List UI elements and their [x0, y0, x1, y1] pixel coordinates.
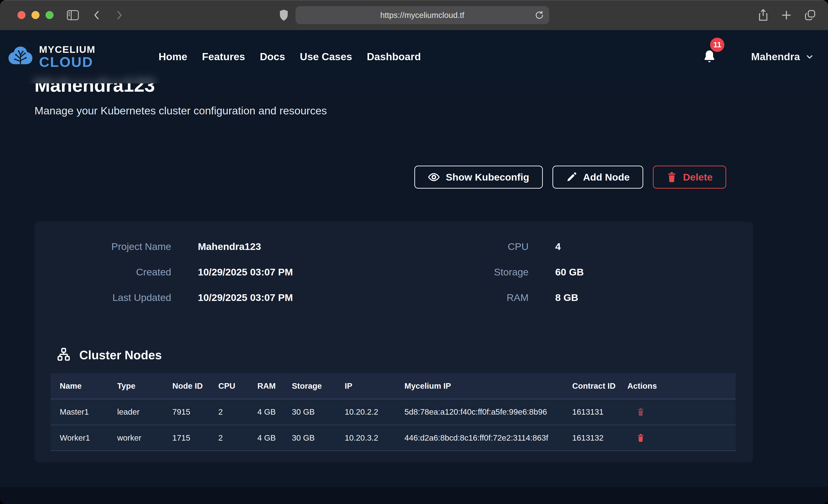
cell-mycelium-ip: 5d8:78ea:a120:f40c:ff0f:a5fe:99e6:8b96: [395, 399, 563, 425]
sidebar-toggle-icon[interactable]: [67, 10, 79, 20]
delete-node-button[interactable]: [636, 433, 645, 443]
page-content: Mahendra123 Manage your Kubernetes clust…: [0, 30, 828, 462]
detail-row: CPU 4: [460, 241, 584, 252]
notifications-button[interactable]: 11: [702, 49, 716, 64]
storage-label: Storage: [460, 266, 529, 278]
chrome-right-controls: [758, 0, 816, 30]
ram-label: RAM: [460, 292, 529, 303]
privacy-shield-icon[interactable]: [279, 9, 289, 21]
nav-link-docs[interactable]: Docs: [260, 51, 285, 63]
cell-ram: 4 GB: [248, 399, 283, 425]
delete-cluster-button[interactable]: Delete: [653, 166, 726, 188]
cell-storage: 30 GB: [283, 399, 335, 425]
project-name-label: Project Name: [80, 241, 171, 252]
col-cpu: CPU: [209, 373, 248, 399]
project-name-value: Mahendra123: [198, 241, 261, 252]
cluster-details: Project Name Mahendra123 Created 10/29/2…: [35, 241, 753, 333]
detail-row: Storage 60 GB: [460, 266, 584, 278]
cpu-value: 4: [555, 241, 561, 252]
add-node-label: Add Node: [583, 172, 630, 183]
cell-storage: 30 GB: [283, 425, 335, 451]
brand-line2: CLOUD: [39, 55, 95, 69]
cluster-nodes-icon: [56, 347, 71, 362]
trash-icon: [636, 433, 645, 443]
cpu-label: CPU: [460, 241, 529, 252]
detail-row: Created 10/29/2025 03:07 PM: [80, 266, 293, 278]
footer-strip: [0, 487, 828, 504]
page-subtitle: Manage your Kubernetes cluster configura…: [35, 104, 828, 117]
col-ram: RAM: [248, 373, 283, 399]
user-menu[interactable]: Mahendra: [751, 51, 814, 63]
address-bar-area: https://myceliumcloud.tf: [279, 0, 549, 30]
tab-overview-icon[interactable]: [804, 9, 816, 21]
share-icon[interactable]: [758, 9, 769, 22]
nav-link-use-cases[interactable]: Use Cases: [300, 51, 352, 63]
cell-mycelium-ip: 446:d2a6:8bcd:8c16:ff0f:72e2:3114:863f: [395, 425, 563, 451]
user-name: Mahendra: [751, 51, 800, 63]
url-text: https://myceliumcloud.tf: [380, 10, 464, 20]
brand-logo[interactable]: MYCELIUM CLOUD: [7, 45, 159, 69]
col-actions: Actions: [618, 373, 736, 399]
cluster-details-card: Project Name Mahendra123 Created 10/29/2…: [35, 221, 753, 462]
reload-icon[interactable]: [535, 10, 544, 20]
col-type: Type: [108, 373, 163, 399]
show-kubeconfig-button[interactable]: Show Kubeconfig: [414, 166, 543, 188]
minimize-window-button[interactable]: [32, 11, 40, 19]
cell-ip: 10.20.3.2: [335, 425, 395, 451]
pencil-icon: [566, 172, 577, 183]
created-value: 10/29/2025 03:07 PM: [198, 266, 293, 278]
cell-node-id: 1715: [163, 425, 209, 451]
eye-icon: [428, 171, 440, 183]
notification-badge: 11: [710, 38, 724, 52]
back-button-icon[interactable]: [92, 10, 101, 21]
brand-line1: MYCELIUM: [39, 45, 95, 54]
page: Mahendra123 Manage your Kubernetes clust…: [0, 30, 828, 504]
nav-link-features[interactable]: Features: [202, 51, 245, 63]
trash-icon: [636, 407, 645, 417]
cell-ip: 10.20.2.2: [335, 399, 395, 425]
cell-name: Worker1: [50, 425, 108, 451]
show-kubeconfig-label: Show Kubeconfig: [446, 172, 529, 183]
table-header-row: Name Type Node ID CPU RAM Storage IP Myc…: [50, 373, 736, 399]
close-window-button[interactable]: [17, 11, 26, 19]
details-left-column: Project Name Mahendra123 Created 10/29/2…: [80, 241, 293, 318]
cell-node-id: 7915: [163, 399, 209, 425]
chevron-down-icon: [805, 52, 814, 61]
col-node-id: Node ID: [163, 373, 209, 399]
cluster-nodes-title: Cluster Nodes: [79, 348, 162, 362]
col-storage: Storage: [283, 373, 335, 399]
cluster-nodes-header: Cluster Nodes: [56, 347, 753, 362]
delete-cluster-label: Delete: [683, 172, 713, 183]
cell-ram: 4 GB: [248, 425, 283, 451]
cell-cpu: 2: [209, 399, 248, 425]
detail-row: RAM 8 GB: [460, 292, 584, 303]
last-updated-value: 10/29/2025 03:07 PM: [198, 292, 293, 303]
col-ip: IP: [335, 373, 395, 399]
cluster-actions: Show Kubeconfig Add Node: [35, 166, 726, 188]
add-node-button[interactable]: Add Node: [552, 166, 643, 188]
browser-window: https://myceliumcloud.tf: [0, 0, 828, 504]
col-contract-id: Contract ID: [563, 373, 618, 399]
fullscreen-window-button[interactable]: [45, 11, 53, 19]
url-bar[interactable]: https://myceliumcloud.tf: [295, 6, 549, 24]
nav-links: Home Features Docs Use Cases Dashboard: [159, 51, 421, 63]
forward-button-icon[interactable]: [115, 10, 124, 21]
cell-contract-id: 1613132: [563, 425, 618, 451]
table-row: Worker1 worker 1715 2 4 GB 30 GB 10.20.3…: [50, 425, 736, 451]
cell-cpu: 2: [209, 425, 248, 451]
ram-value: 8 GB: [555, 292, 578, 303]
detail-row: Last Updated 10/29/2025 03:07 PM: [80, 292, 293, 303]
storage-value: 60 GB: [555, 266, 584, 278]
detail-row: Project Name Mahendra123: [80, 241, 293, 252]
new-tab-icon[interactable]: [781, 9, 792, 21]
browser-chrome: https://myceliumcloud.tf: [0, 0, 828, 30]
col-name: Name: [50, 373, 108, 399]
cell-type: worker: [108, 425, 163, 451]
delete-node-button[interactable]: [636, 407, 645, 417]
nav-link-home[interactable]: Home: [159, 51, 187, 63]
nav-link-dashboard[interactable]: Dashboard: [367, 51, 421, 63]
mycelium-cloud-logo-icon: [7, 45, 34, 69]
cell-type: leader: [108, 399, 163, 425]
details-right-column: CPU 4 Storage 60 GB RAM 8 GB: [460, 241, 584, 318]
trash-icon: [666, 171, 677, 183]
